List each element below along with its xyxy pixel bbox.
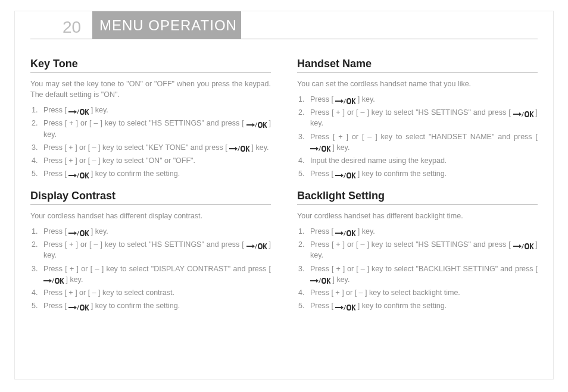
content-area: Key Tone You may set the key tone to "ON… (30, 58, 538, 367)
menu-ok-icon (310, 144, 330, 150)
step-item: Press [ + ] or [ – ] key to select "HS S… (297, 239, 538, 261)
left-column: Key Tone You may set the key tone to "ON… (30, 58, 271, 367)
step-list: Press [ ] key.Press [ + ] or [ – ] key t… (30, 105, 271, 179)
menu-ok-icon (335, 171, 355, 177)
page-header: 20 MENU OPERATION (15, 11, 553, 46)
header-tab: MENU OPERATION (92, 11, 241, 39)
header-rule (30, 39, 538, 39)
step-item: Press [ + ] or [ – ] key to select "HS S… (297, 107, 538, 128)
page-number: 20 (63, 18, 81, 37)
menu-ok-icon (68, 303, 89, 309)
section-title: Handset Name (297, 58, 538, 73)
step-item: Press [ ] key. (30, 105, 271, 115)
section-key-tone: Key Tone You may set the key tone to "ON… (30, 58, 271, 179)
menu-ok-icon (68, 228, 89, 234)
page-frame: 20 MENU OPERATION Key Tone You may set t… (14, 11, 554, 380)
step-item: Press [ + ] or [ – ] key to select "HAND… (297, 131, 538, 153)
menu-ok-icon (335, 96, 355, 102)
step-item: Press [ + ] or [ – ] key to select "BACK… (297, 264, 538, 285)
menu-ok-icon (246, 242, 267, 247)
section-intro: You may set the key tone to "ON" or "OFF… (30, 79, 271, 100)
step-item: Press [ + ] or [ – ] key to select contr… (30, 287, 271, 298)
step-list: Press [ ] key.Press [ + ] or [ – ] key t… (297, 94, 538, 179)
step-item: Press [ + ] or [ – ] key to select "ON" … (30, 155, 271, 166)
menu-ok-icon (310, 276, 330, 282)
step-item: Press [ + ] or [ – ] key to select "DISP… (30, 264, 271, 285)
section-display-contrast: Display Contrast Your cordless handset h… (30, 190, 271, 311)
step-item: Press [ ] key. (297, 94, 538, 105)
section-intro: You can set the cordless handset name th… (297, 79, 538, 89)
step-item: Press [ ] key. (297, 226, 538, 237)
step-list: Press [ ] key.Press [ + ] or [ – ] key t… (297, 226, 538, 311)
menu-ok-icon (335, 303, 355, 309)
menu-ok-icon (43, 276, 64, 282)
step-item: Press [ + ] or [ – ] key to select "HS S… (30, 118, 271, 139)
section-intro: Your cordless handset has different disp… (30, 211, 271, 221)
menu-ok-icon (513, 242, 533, 247)
step-item: Press [ + ] or [ – ] key to select "KEY … (30, 142, 271, 153)
step-item: Press [ + ] or [ – ] key to select "HS S… (30, 239, 271, 261)
section-handset-name: Handset Name You can set the cordless ha… (297, 58, 538, 179)
header-title: MENU OPERATION (99, 17, 237, 34)
section-title: Backlight Setting (297, 190, 538, 205)
step-item: Press [ ] key to confirm the setting. (297, 168, 538, 179)
section-intro: Your cordless handset has different back… (297, 211, 538, 221)
menu-ok-icon (68, 107, 89, 113)
step-list: Press [ ] key.Press [ + ] or [ – ] key t… (30, 226, 271, 311)
menu-ok-icon (229, 144, 249, 150)
section-backlight-setting: Backlight Setting Your cordless handset … (297, 190, 538, 311)
step-item: Press [ ] key to confirm the setting. (30, 168, 271, 179)
step-item: Input the desired name using the keypad. (297, 155, 538, 166)
step-item: Press [ ] key to confirm the setting. (297, 300, 538, 311)
section-title: Key Tone (30, 58, 271, 73)
step-item: Press [ + ] or [ – ] key to select backl… (297, 287, 538, 298)
right-column: Handset Name You can set the cordless ha… (297, 58, 538, 367)
step-item: Press [ ] key to confirm the setting. (30, 300, 271, 311)
step-item: Press [ ] key. (30, 226, 271, 237)
menu-ok-icon (335, 228, 355, 234)
menu-ok-icon (68, 171, 89, 177)
menu-ok-icon (246, 120, 267, 126)
menu-ok-icon (513, 109, 533, 115)
section-title: Display Contrast (30, 190, 271, 205)
